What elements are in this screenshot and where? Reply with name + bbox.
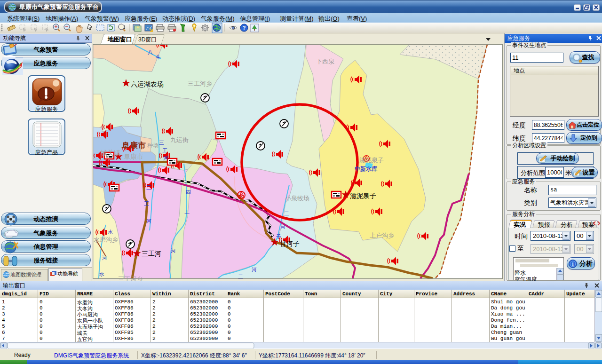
svg-text:?: ? xyxy=(243,25,246,31)
svg-text:i: i xyxy=(572,261,573,267)
